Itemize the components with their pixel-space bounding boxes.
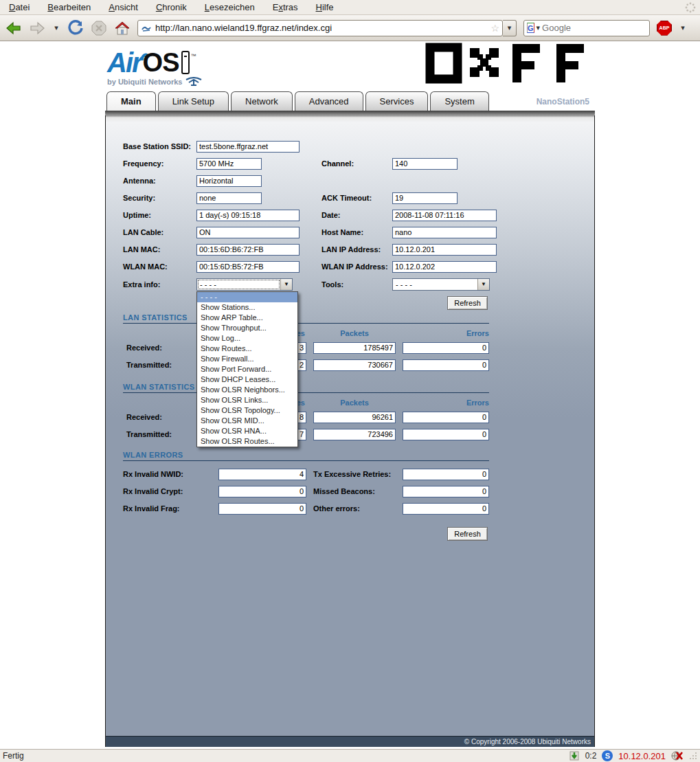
dropdown-option[interactable]: Show OLSR HNA... xyxy=(197,426,297,436)
antenna-label: Antenna: xyxy=(123,175,156,187)
search-engine-icon[interactable]: G xyxy=(527,23,534,33)
rx-invalid-crypt-field[interactable]: 0 xyxy=(218,486,306,497)
lan-ip-field[interactable]: 10.12.0.201 xyxy=(392,244,497,256)
dropdown-option[interactable]: Show Throughput... xyxy=(197,323,297,333)
wlan-transmitted-errors-field[interactable]: 0 xyxy=(403,429,489,440)
wlan-received-errors-field[interactable]: 0 xyxy=(403,412,489,423)
resize-grip[interactable] xyxy=(689,752,697,760)
dropdown-option[interactable]: Show OLSR Routes... xyxy=(197,436,297,447)
blocked-globe-icon[interactable] xyxy=(671,750,684,761)
airos-logo-os: OS xyxy=(143,49,179,76)
wlan-col-packets: Packets xyxy=(313,399,396,407)
uptime-field[interactable]: 1 day(-s) 09:15:18 xyxy=(196,210,300,221)
search-engine-chevron-icon[interactable]: ▾ xyxy=(537,23,541,32)
wlan-mac-field[interactable]: 00:15:6D:B5:72:FB xyxy=(196,261,300,273)
lan-received-errors-field[interactable]: 0 xyxy=(403,342,489,354)
lan-transmitted-errors-field[interactable]: 0 xyxy=(403,359,489,371)
security-field[interactable]: none xyxy=(196,192,262,204)
lan-mac-field[interactable]: 00:15:6D:B6:72:FB xyxy=(196,244,300,256)
menu-hilfe[interactable]: Hilfe xyxy=(314,1,336,13)
dropdown-option[interactable]: Show Routes... xyxy=(197,344,297,354)
lan-transmitted-packets-field[interactable]: 730667 xyxy=(313,359,396,371)
noscript-icon[interactable]: S xyxy=(602,750,613,761)
missed-beacons-field[interactable]: 0 xyxy=(403,486,489,497)
back-button[interactable] xyxy=(5,20,22,36)
nav-history-chevron-icon[interactable]: ▾ xyxy=(52,23,60,32)
refresh-button-bottom[interactable]: Refresh xyxy=(447,527,488,541)
channel-label: Channel: xyxy=(321,158,354,170)
download-status-icon[interactable] xyxy=(569,750,580,761)
wlan-ip-field[interactable]: 10.12.0.202 xyxy=(392,261,497,273)
menu-extras[interactable]: Extras xyxy=(271,1,300,13)
menu-lesezeichen[interactable]: Lesezeichen xyxy=(203,1,257,13)
tab-system[interactable]: System xyxy=(430,91,488,111)
extra-info-select[interactable]: - - - - ▼ xyxy=(196,278,293,291)
wlan-stats-title: WLAN STATISTICS xyxy=(123,383,195,391)
missed-beacons-label: Missed Beacons: xyxy=(313,486,375,497)
tx-excessive-retries-label: Tx Excessive Retries: xyxy=(313,469,391,480)
lan-col-errors: Errors xyxy=(403,329,489,337)
search-input[interactable] xyxy=(542,23,663,33)
status-bar: Fertig 0:2 S 10.12.0.201 xyxy=(0,749,700,762)
tools-select[interactable]: - - - - ▼ xyxy=(392,278,490,291)
tx-excessive-retries-field[interactable]: 0 xyxy=(403,469,489,480)
rx-invalid-nwid-field[interactable]: 4 xyxy=(218,469,306,480)
tab-services[interactable]: Services xyxy=(365,91,429,111)
showip-address[interactable]: 10.12.0.201 xyxy=(618,751,666,761)
dropdown-option[interactable]: Show DHCP Leases... xyxy=(197,374,297,385)
refresh-button-top[interactable]: Refresh xyxy=(447,296,488,310)
url-bar[interactable]: ☆ xyxy=(137,20,503,36)
ssid-field[interactable]: test.5bone.ffgraz.net xyxy=(196,141,300,153)
bookmark-star-icon[interactable]: ☆ xyxy=(490,23,499,34)
select-arrow-icon[interactable]: ▼ xyxy=(477,279,489,290)
channel-field[interactable]: 140 xyxy=(392,158,458,170)
copyright-footer: © Copyright 2006-2008 Ubiquiti Networks xyxy=(106,736,594,747)
uptime-label: Uptime: xyxy=(123,210,151,221)
other-errors-field[interactable]: 0 xyxy=(403,503,489,515)
dropdown-option[interactable]: Show OLSR Links... xyxy=(197,395,297,405)
dropdown-option[interactable]: Show Stations... xyxy=(197,302,297,313)
ack-timeout-label: ACK Timeout: xyxy=(321,192,372,204)
tab-main[interactable]: Main xyxy=(106,91,156,111)
menu-ansicht[interactable]: Ansicht xyxy=(106,1,140,13)
search-bar[interactable]: G ▾ xyxy=(523,20,650,36)
wlan-received-packets-field[interactable]: 96261 xyxy=(313,412,396,423)
menu-datei[interactable]: Datei xyxy=(7,1,32,13)
date-field[interactable]: 2008-11-08 07:11:16 xyxy=(392,210,497,221)
lan-cable-field[interactable]: ON xyxy=(196,227,300,238)
dropdown-option[interactable]: Show Port Forward... xyxy=(197,364,297,374)
wlan-received-label: Received: xyxy=(126,412,162,423)
wlan-transmitted-packets-field[interactable]: 723496 xyxy=(313,429,396,440)
toolbar-overflow-chevron-icon[interactable]: ▾ xyxy=(679,23,687,32)
dropdown-option[interactable]: Show OLSR Neighbors... xyxy=(197,385,297,395)
forward-button[interactable] xyxy=(29,20,45,36)
tab-link-setup[interactable]: Link Setup xyxy=(158,91,229,111)
home-button[interactable] xyxy=(114,20,131,36)
dropdown-option[interactable]: - - - - xyxy=(197,292,297,302)
tab-advanced[interactable]: Advanced xyxy=(295,91,363,111)
rx-invalid-frag-field[interactable]: 0 xyxy=(218,503,306,515)
host-name-field[interactable]: nano xyxy=(392,227,497,238)
stop-button[interactable] xyxy=(91,20,107,36)
wlan-mac-label: WLAN MAC: xyxy=(123,261,168,273)
tab-ridge xyxy=(105,111,595,115)
antenna-field[interactable]: Horizontal xyxy=(196,175,262,187)
dropdown-option[interactable]: Show ARP Table... xyxy=(197,313,297,323)
reload-button[interactable] xyxy=(67,20,84,36)
menu-bearbeiten[interactable]: Bearbeiten xyxy=(45,1,93,13)
lan-received-packets-field[interactable]: 1785497 xyxy=(313,342,396,354)
dropdown-option[interactable]: Show Log... xyxy=(197,333,297,344)
dropdown-option[interactable]: Show Firewall... xyxy=(197,354,297,364)
url-input[interactable] xyxy=(155,23,487,33)
url-dropdown-button[interactable]: ▾ xyxy=(503,20,517,36)
lan-received-label: Received: xyxy=(126,342,162,354)
tab-network[interactable]: Network xyxy=(231,91,293,111)
ack-timeout-field[interactable]: 19 xyxy=(392,192,458,204)
dropdown-option[interactable]: Show OLSR Topology... xyxy=(197,405,297,416)
menu-chronik[interactable]: Chronik xyxy=(154,1,189,13)
select-arrow-icon[interactable]: ▼ xyxy=(280,279,292,290)
lan-col-packets: Packets xyxy=(313,329,396,337)
frequency-field[interactable]: 5700 MHz xyxy=(196,158,262,170)
dropdown-option[interactable]: Show OLSR MID... xyxy=(197,416,297,426)
byline-text: by Ubiquiti Networks xyxy=(107,78,182,86)
